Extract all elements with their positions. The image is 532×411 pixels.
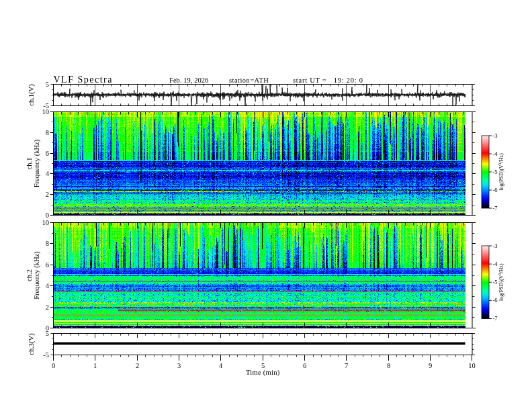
svg-text:Feb. 19, 2026: Feb. 19, 2026 [169, 77, 208, 84]
svg-text:ch.3(V): ch.3(V) [28, 333, 36, 355]
svg-text:4: 4 [219, 362, 223, 369]
svg-text:-4: -4 [493, 150, 498, 157]
svg-text:-3: -3 [493, 132, 498, 139]
svg-text:5: 5 [46, 81, 49, 88]
svg-text:VLF Spectra: VLF Spectra [54, 75, 113, 85]
svg-text:log(PSD)(V2/Hz): log(PSD)(V2/Hz) [498, 263, 504, 301]
svg-text:ch.2: ch.2 [26, 269, 33, 281]
svg-text:6: 6 [303, 362, 306, 369]
svg-text:0: 0 [46, 324, 49, 332]
svg-text:Time (min): Time (min) [246, 369, 280, 377]
svg-text:-4: -4 [493, 261, 498, 267]
svg-text:2: 2 [136, 362, 139, 369]
svg-text:7: 7 [345, 362, 348, 369]
svg-text:4: 4 [46, 282, 50, 289]
svg-text:8: 8 [46, 129, 49, 136]
svg-text:Frequency (kHz): Frequency (kHz) [33, 251, 41, 300]
svg-text:10: 10 [42, 108, 50, 116]
svg-text:ch.1(V): ch.1(V) [28, 84, 36, 106]
svg-text:-5: -5 [493, 279, 498, 285]
svg-text:4: 4 [46, 170, 50, 177]
svg-text:-5: -5 [43, 351, 49, 359]
svg-text:5: 5 [261, 362, 265, 369]
svg-text:ch.1: ch.1 [26, 158, 33, 170]
svg-text:0: 0 [46, 212, 49, 219]
svg-text:8: 8 [387, 362, 390, 369]
svg-text:-6: -6 [493, 187, 498, 193]
svg-text:station=ATH: station=ATH [229, 77, 269, 84]
svg-text:-6: -6 [493, 297, 498, 304]
svg-text:-3: -3 [493, 242, 498, 249]
svg-text:9: 9 [429, 362, 432, 369]
svg-text:0: 0 [52, 362, 55, 369]
svg-text:start UT = 19: 20: 0: start UT = 19: 20: 0 [293, 77, 363, 84]
svg-text:2: 2 [46, 191, 49, 198]
svg-text:10: 10 [42, 219, 50, 226]
svg-text:-5: -5 [493, 169, 498, 175]
svg-text:2: 2 [46, 304, 49, 311]
svg-text:10: 10 [468, 362, 476, 369]
svg-text:3: 3 [177, 362, 181, 369]
svg-text:6: 6 [46, 261, 49, 269]
svg-text:8: 8 [46, 240, 49, 247]
svg-text:1: 1 [93, 362, 97, 369]
svg-text:6: 6 [46, 150, 49, 157]
svg-text:-7: -7 [493, 205, 498, 212]
svg-text:Frequency (kHz): Frequency (kHz) [33, 139, 41, 187]
svg-text:log(PSD)(V2/Hz): log(PSD)(V2/Hz) [498, 153, 504, 191]
svg-text:-7: -7 [493, 315, 498, 322]
